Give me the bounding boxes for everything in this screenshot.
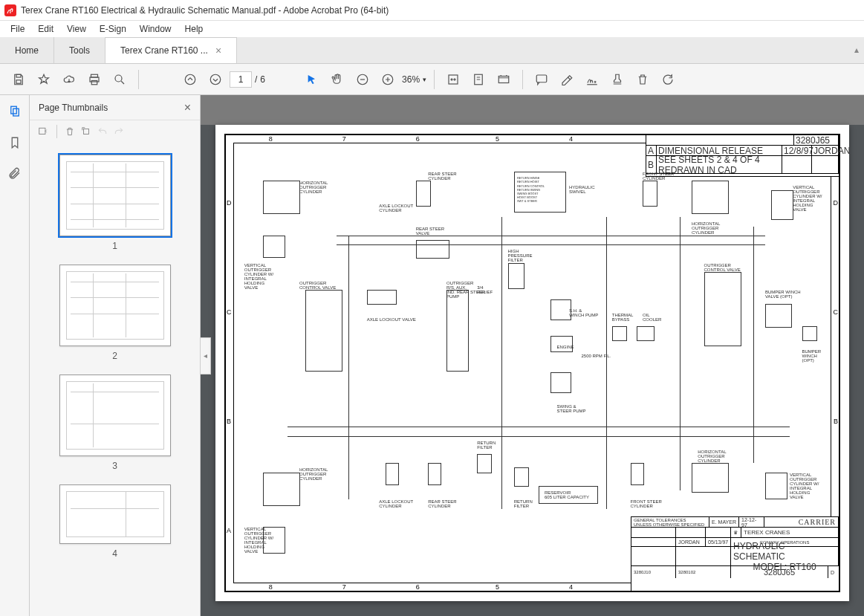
zoom-level[interactable]: 36% ▾	[402, 74, 426, 85]
thumbnail-page-4[interactable]: 4	[59, 484, 171, 559]
document-view[interactable]: ◂ 8 7 6 5 4 3 2 1 8 7 6 5 4 3 D C	[201, 95, 864, 616]
hand-tool[interactable]	[326, 68, 348, 91]
bookmarks-rail-button[interactable]	[6, 134, 24, 152]
thumbnail-page-1[interactable]: 1	[59, 155, 171, 251]
stamp-button[interactable]	[606, 68, 628, 91]
thumbnail-page-3[interactable]: 3	[59, 375, 171, 471]
menu-help[interactable]: Help	[179, 22, 209, 36]
thumb-scroll-up-icon[interactable]: ▴	[854, 45, 864, 55]
acrobat-icon	[4, 4, 16, 16]
thumb-rotate-button[interactable]	[81, 126, 91, 137]
thumb-options-button[interactable]	[37, 126, 49, 137]
page-indicator: / 6	[230, 71, 265, 88]
collapse-thumbnails-button[interactable]: ◂	[201, 337, 211, 375]
svg-rect-15	[10, 106, 16, 114]
window-title: Terex Crane RT160 Electrical & Hydraulic…	[21, 5, 389, 16]
svg-rect-16	[13, 108, 19, 116]
tab-document-label: Terex Crane RT160 ...	[120, 45, 208, 56]
page-total: 6	[260, 74, 265, 85]
menu-esign[interactable]: E-Sign	[94, 22, 132, 36]
menu-view[interactable]: View	[61, 22, 92, 36]
menu-edit[interactable]: Edit	[32, 22, 59, 36]
svg-rect-13	[498, 76, 509, 82]
menu-file[interactable]: File	[4, 22, 30, 36]
print-button[interactable]	[83, 68, 105, 91]
thumbnails-header: Page Thumbnails ×	[30, 95, 200, 120]
page-up-button[interactable]	[179, 68, 201, 91]
thumbnails-title: Page Thumbnails	[39, 103, 108, 113]
read-mode-button[interactable]	[493, 68, 515, 91]
zoom-out-button[interactable]	[351, 68, 374, 91]
thumb-redo-button[interactable]	[114, 126, 124, 137]
window-titlebar: Terex Crane RT160 Electrical & Hydraulic…	[0, 0, 864, 21]
star-button[interactable]	[33, 68, 55, 91]
find-button[interactable]	[108, 68, 131, 91]
svg-rect-5	[91, 80, 97, 84]
thumbnails-list[interactable]: 1 2 3 4	[30, 143, 200, 616]
engine	[550, 336, 573, 352]
thumbnails-rail-button[interactable]	[6, 103, 24, 120]
page-down-button[interactable]	[204, 68, 227, 91]
vert-outrigger-cyl-tl	[263, 181, 300, 214]
zoom-caret-icon: ▾	[423, 76, 426, 83]
schematic-drawing: 8 7 6 5 4 3 2 1 8 7 6 5 4 3 D C B A D	[224, 134, 840, 592]
comment-button[interactable]	[530, 68, 553, 91]
cloud-button[interactable]	[58, 68, 80, 91]
thumbnails-close-button[interactable]: ×	[184, 101, 191, 114]
tab-close-button[interactable]: ×	[215, 45, 221, 56]
navigation-rail	[0, 95, 30, 616]
menubar: File Edit View E-Sign Window Help	[0, 21, 864, 37]
zoom-in-button[interactable]	[377, 68, 399, 91]
svg-rect-17	[39, 128, 45, 134]
fit-width-button[interactable]	[442, 68, 464, 91]
thumb-delete-button[interactable]	[65, 126, 75, 137]
select-tool[interactable]	[301, 68, 323, 91]
thumbnails-toolbar	[30, 120, 200, 143]
svg-rect-18	[84, 129, 89, 134]
svg-rect-1	[16, 74, 21, 77]
title-block: GENERAL TOLERANCES UNLESS OTHERWISE SPEC…	[631, 516, 839, 591]
main-toolbar: / 6 36% ▾	[0, 64, 864, 95]
tabbar: Home Tools Terex Crane RT160 ... ×	[0, 37, 864, 64]
save-button[interactable]	[7, 68, 30, 91]
revision-block: 3280J65 ADIMENSIONAL RELEASE12/8/97JORDA…	[646, 135, 839, 177]
tab-home[interactable]: Home	[0, 37, 54, 63]
outrigger-ctrl-valve-l	[305, 290, 342, 372]
sign-button[interactable]	[581, 68, 603, 91]
menu-window[interactable]: Window	[134, 22, 178, 36]
svg-point-6	[115, 75, 122, 82]
svg-point-7	[185, 74, 195, 85]
thumbnails-panel: Page Thumbnails × ▴ 1 2	[30, 95, 201, 616]
attachments-rail-button[interactable]	[6, 165, 24, 183]
page-current-input[interactable]	[230, 71, 252, 88]
thumb-undo-button[interactable]	[97, 126, 108, 137]
svg-point-8	[210, 74, 221, 85]
fit-page-button[interactable]	[467, 68, 490, 91]
delete-button[interactable]	[631, 68, 654, 91]
rotate-button[interactable]	[657, 68, 679, 91]
thumbnail-page-2[interactable]: 2	[59, 265, 171, 361]
svg-rect-14	[536, 75, 547, 82]
highlight-button[interactable]	[556, 68, 578, 91]
svg-rect-2	[16, 80, 21, 83]
workspace: Page Thumbnails × ▴ 1 2	[0, 95, 864, 616]
pdf-page: 8 7 6 5 4 3 2 1 8 7 6 5 4 3 D C B A D	[215, 125, 849, 601]
tab-tools[interactable]: Tools	[54, 37, 105, 63]
tab-document[interactable]: Terex Crane RT160 ... ×	[105, 37, 237, 63]
